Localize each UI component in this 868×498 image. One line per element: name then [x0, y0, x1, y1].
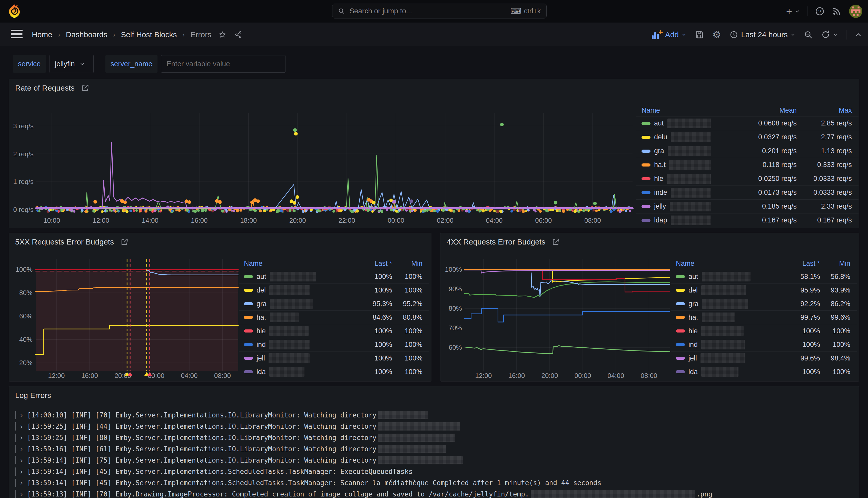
- svg-text:16:00: 16:00: [508, 372, 525, 379]
- expand-row-icon[interactable]: ›: [19, 422, 24, 431]
- collapse-toolbar-button[interactable]: [855, 31, 861, 38]
- expand-row-icon[interactable]: ›: [19, 479, 24, 487]
- panel-title[interactable]: 5XX Requests Error Budgets: [15, 238, 114, 246]
- legend-value: 99.7%: [775, 314, 820, 322]
- breadcrumb-dashboards[interactable]: Dashboards: [66, 30, 107, 39]
- expand-row-icon[interactable]: ›: [19, 411, 24, 419]
- svg-text:3 req/s: 3 req/s: [13, 122, 34, 130]
- expand-row-icon[interactable]: ›: [19, 490, 24, 498]
- variable-service-picker[interactable]: jellyfin: [50, 55, 94, 73]
- legend-row: gra95.3%95.2%: [239, 297, 429, 311]
- log-row[interactable]: ›[13:59:13] [INF] [70] Emby.Drawing.Imag…: [15, 488, 853, 498]
- log-row[interactable]: ›[13:59:25] [INF] [44] Emby.Server.Imple…: [15, 421, 853, 432]
- legend-header-name[interactable]: Name: [641, 106, 711, 115]
- legend-series-name[interactable]: del: [676, 285, 775, 295]
- add-panel-button[interactable]: + Add: [652, 30, 686, 39]
- rate-legend-table: NameMeanMaxaut0.0608 req/s2.85 req/sdelu…: [636, 105, 858, 227]
- menu-toggle-button[interactable]: [11, 30, 23, 38]
- legend-series-name[interactable]: ha.: [676, 313, 775, 322]
- legend-header-name[interactable]: Name: [244, 260, 347, 267]
- zoom-out-button[interactable]: [804, 30, 813, 39]
- legend-row: del100%100%: [239, 283, 429, 297]
- legend-series-name[interactable]: inde: [641, 188, 711, 198]
- external-link-icon[interactable]: [81, 84, 89, 92]
- panel-title[interactable]: Log Errors: [15, 391, 51, 400]
- legend-series-name[interactable]: delu: [641, 132, 711, 142]
- legend-series-name[interactable]: aut: [676, 272, 775, 281]
- time-range-picker[interactable]: Last 24 hours: [730, 30, 795, 39]
- legend-series-name[interactable]: ha.t: [641, 160, 711, 170]
- legend-value: 0.167 req/s: [711, 216, 797, 224]
- legend-header-max[interactable]: Max: [797, 106, 852, 115]
- legend-value: 99.6%: [820, 314, 850, 322]
- legend-header-mean[interactable]: Mean: [711, 106, 797, 115]
- expand-row-icon[interactable]: ›: [19, 445, 24, 453]
- log-row[interactable]: ›[13:59:14] [INF] [45] Emby.Server.Imple…: [15, 477, 853, 488]
- legend-header-name[interactable]: Name: [676, 260, 775, 267]
- legend-series-name[interactable]: lda: [676, 367, 775, 377]
- legend-series-name[interactable]: ldap: [641, 215, 711, 225]
- breadcrumb-self-host-blocks[interactable]: Self Host Blocks: [121, 30, 177, 39]
- log-level-bar: [15, 422, 16, 431]
- legend-header-last[interactable]: Last *: [347, 260, 392, 267]
- search-input[interactable]: [349, 7, 510, 15]
- series-color-pill: [676, 329, 685, 332]
- log-row[interactable]: ›[14:00:10] [INF] [70] Emby.Server.Imple…: [15, 409, 853, 421]
- expand-row-icon[interactable]: ›: [19, 456, 24, 464]
- external-link-icon[interactable]: [552, 238, 560, 246]
- rate-of-requests-chart[interactable]: 10:0012:0014:0016:0018:0020:0022:0000:00…: [9, 94, 642, 228]
- dashboard-settings-button[interactable]: ⚙: [712, 30, 721, 40]
- legend-series-name[interactable]: hle: [641, 174, 711, 184]
- user-avatar[interactable]: [849, 5, 862, 18]
- legend-series-name[interactable]: hle: [676, 326, 775, 336]
- breadcrumb-home[interactable]: Home: [32, 30, 52, 39]
- svg-text:04:00: 04:00: [486, 217, 503, 224]
- share-icon[interactable]: [235, 31, 242, 39]
- grafana-logo[interactable]: [7, 4, 22, 19]
- legend-header-last[interactable]: Last *: [775, 260, 820, 267]
- legend-header-row: NameLast *Min: [671, 257, 857, 270]
- legend-series-name[interactable]: del: [244, 285, 347, 295]
- log-row[interactable]: ›[13:59:16] [INF] [61] Emby.Server.Imple…: [15, 443, 853, 455]
- global-search[interactable]: ⌨ ctrl+k: [332, 4, 547, 18]
- legend-series-name[interactable]: jell: [676, 353, 775, 363]
- svg-text:90%: 90%: [449, 285, 462, 293]
- external-link-icon[interactable]: [121, 238, 128, 246]
- svg-text:70%: 70%: [449, 324, 462, 332]
- legend-header-min[interactable]: Min: [392, 260, 423, 267]
- help-button[interactable]: [815, 7, 824, 16]
- legend-series-name[interactable]: ind: [676, 340, 775, 350]
- legend-series-name[interactable]: jelly: [641, 202, 711, 211]
- legend-series-name[interactable]: gra: [676, 299, 775, 309]
- legend-series-name[interactable]: aut: [244, 272, 347, 281]
- legend-series-name[interactable]: hle: [244, 326, 347, 336]
- legend-series-name[interactable]: ind: [244, 340, 347, 350]
- favorite-star-icon[interactable]: [218, 31, 226, 39]
- new-menu-button[interactable]: +: [786, 6, 800, 16]
- news-rss-button[interactable]: [832, 7, 841, 16]
- legend-series-name[interactable]: gra: [244, 299, 347, 309]
- legend-series-name[interactable]: gra: [641, 146, 711, 156]
- legend-value: 95.9%: [775, 286, 820, 294]
- legend-series-name[interactable]: lda: [244, 367, 347, 377]
- panel-title[interactable]: 4XX Requests Error Budgets: [446, 238, 545, 246]
- save-dashboard-button[interactable]: [695, 30, 704, 39]
- log-row[interactable]: ›[13:59:25] [INF] [80] Emby.Server.Imple…: [15, 432, 853, 443]
- legend-value: 0.0333 req/s: [797, 175, 852, 183]
- expand-row-icon[interactable]: ›: [19, 434, 24, 442]
- log-row[interactable]: ›[13:59:14] [INF] [75] Emby.Server.Imple…: [15, 455, 853, 466]
- legend-series-name[interactable]: jell: [244, 353, 347, 363]
- legend-value: 100%: [392, 286, 423, 294]
- dashboard-variables: service jellyfin server_name: [13, 55, 285, 73]
- panel-title[interactable]: Rate of Requests: [15, 84, 75, 92]
- redacted-text: [702, 299, 748, 309]
- legend-series-name[interactable]: aut: [641, 119, 711, 128]
- log-row[interactable]: ›[13:59:14] [INF] [45] Emby.Server.Imple…: [15, 466, 853, 477]
- variable-server-name-input[interactable]: [161, 60, 285, 68]
- variable-service-label: service: [13, 55, 46, 73]
- series-name-prefix: lda: [256, 368, 266, 376]
- refresh-button[interactable]: [821, 30, 838, 39]
- legend-series-name[interactable]: ha.: [244, 313, 347, 322]
- expand-row-icon[interactable]: ›: [19, 468, 24, 476]
- legend-header-min[interactable]: Min: [820, 260, 850, 267]
